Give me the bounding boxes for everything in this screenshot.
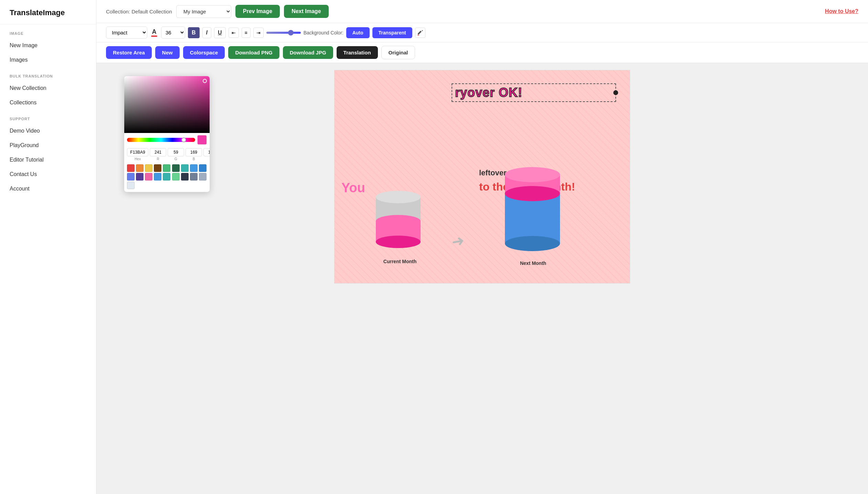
swatch-purple[interactable] bbox=[136, 173, 144, 181]
swatch-orange[interactable] bbox=[136, 164, 144, 172]
pink-heading: You bbox=[341, 181, 365, 195]
editor-toolbar: Impact A 36 B I U ⇤ ≡ ⇥ Background Color… bbox=[96, 23, 868, 42]
swatch-dark-blue[interactable] bbox=[199, 164, 207, 172]
how-to-use-link[interactable]: How to Use? bbox=[825, 8, 858, 14]
swatch-green[interactable] bbox=[163, 164, 170, 172]
swatch-blue[interactable] bbox=[190, 164, 198, 172]
hue-slider[interactable] bbox=[127, 138, 195, 142]
next-image-button[interactable]: Next Image bbox=[284, 5, 328, 18]
original-button[interactable]: Original bbox=[381, 46, 415, 59]
auto-button[interactable]: Auto bbox=[346, 27, 370, 38]
text-overlay-box[interactable]: ryover OK! bbox=[452, 83, 616, 102]
sidebar-item-new-image[interactable]: New Image bbox=[0, 38, 96, 53]
r-input[interactable]: 241 bbox=[150, 148, 166, 156]
hex-input[interactable]: F13BA9 bbox=[127, 148, 148, 156]
underline-button[interactable]: U bbox=[214, 27, 226, 38]
swatch-pink[interactable] bbox=[145, 173, 152, 181]
swatch-brown[interactable] bbox=[154, 164, 161, 172]
text-color-bar bbox=[151, 35, 157, 37]
sidebar-item-new-collection[interactable]: New Collection bbox=[0, 81, 96, 95]
swatch-dark-green[interactable] bbox=[172, 164, 180, 172]
sidebar-item-contact-us[interactable]: Contact Us bbox=[0, 167, 96, 182]
svg-point-6 bbox=[376, 236, 421, 248]
color-picker-popup: F13BA9 Hex 241 R 59 G 169 B 100 A bbox=[124, 76, 210, 192]
next-month-cylinder bbox=[500, 161, 565, 257]
g-field: 59 G bbox=[168, 148, 184, 161]
color-gradient-area[interactable] bbox=[124, 76, 210, 133]
svg-rect-0 bbox=[417, 35, 419, 35]
b-field: 169 B bbox=[186, 148, 202, 161]
new-button[interactable]: New bbox=[155, 46, 180, 59]
swatch-teal[interactable] bbox=[181, 164, 189, 172]
swatch-light-gray[interactable] bbox=[199, 173, 207, 181]
text-color-swatch[interactable]: A bbox=[150, 29, 158, 37]
italic-button[interactable]: I bbox=[202, 27, 211, 38]
resize-handle[interactable] bbox=[613, 90, 618, 95]
swatch-indigo[interactable] bbox=[127, 173, 135, 181]
align-right-button[interactable]: ⇥ bbox=[253, 28, 264, 38]
current-month-cylinder bbox=[369, 176, 427, 256]
sidebar-item-demo-video[interactable]: Demo Video bbox=[0, 124, 96, 138]
hex-field: F13BA9 Hex bbox=[127, 148, 148, 161]
swatch-light-blue[interactable] bbox=[154, 173, 161, 181]
transparent-button[interactable]: Transparent bbox=[372, 27, 412, 38]
text-overlay-content: ryover OK! bbox=[455, 85, 522, 100]
font-family-select[interactable]: Impact bbox=[106, 27, 147, 39]
collection-label: Collection: Default Collection bbox=[106, 9, 172, 14]
arrow-icon: ➜ bbox=[450, 231, 466, 251]
swatch-cyan[interactable] bbox=[163, 173, 170, 181]
sidebar-item-images[interactable]: Images bbox=[0, 53, 96, 67]
current-month-label: Current Month bbox=[376, 259, 424, 264]
hex-label: Hex bbox=[135, 157, 141, 161]
download-png-button[interactable]: Download PNG bbox=[228, 46, 279, 59]
download-jpg-button[interactable]: Download JPG bbox=[283, 46, 333, 59]
opacity-slider[interactable] bbox=[266, 32, 301, 34]
image-section-label: IMAGE bbox=[0, 24, 96, 38]
r-field: 241 R bbox=[150, 148, 166, 161]
fill-tool-icon[interactable] bbox=[415, 28, 425, 38]
bg-color-label: Background Color: bbox=[304, 30, 343, 35]
translation-button[interactable]: Translation bbox=[337, 46, 378, 59]
image-select[interactable]: My Image bbox=[176, 5, 231, 18]
a-input[interactable]: 100 bbox=[203, 148, 210, 156]
b-input[interactable]: 169 bbox=[186, 148, 202, 156]
sidebar-item-playground[interactable]: PlayGround bbox=[0, 138, 96, 153]
gradient-handle[interactable] bbox=[203, 79, 207, 83]
next-month-label: Next Month bbox=[506, 260, 561, 266]
main-panel: Collection: Default Collection My Image … bbox=[96, 0, 868, 494]
color-swatches-grid bbox=[124, 163, 210, 192]
font-size-select[interactable]: 36 bbox=[161, 27, 185, 39]
sidebar-item-editor-tutorial[interactable]: Editor Tutorial bbox=[0, 153, 96, 167]
hue-slider-row bbox=[124, 133, 210, 147]
swatch-gray[interactable] bbox=[190, 173, 198, 181]
align-left-button[interactable]: ⇤ bbox=[229, 28, 239, 38]
support-section-label: SUPPORT bbox=[0, 110, 96, 124]
a-field: 100 A bbox=[203, 148, 210, 161]
app-logo: TranslateImage bbox=[0, 0, 96, 24]
svg-point-12 bbox=[505, 186, 560, 201]
svg-point-11 bbox=[505, 167, 560, 182]
swatch-near-black[interactable] bbox=[181, 173, 189, 181]
canvas-area: ryover OK! leftover data You to the next… bbox=[96, 63, 868, 494]
swatch-light-green[interactable] bbox=[172, 173, 180, 181]
g-input[interactable]: 59 bbox=[168, 148, 184, 156]
swatch-yellow[interactable] bbox=[145, 164, 152, 172]
color-values-row: F13BA9 Hex 241 R 59 G 169 B 100 A bbox=[124, 147, 210, 163]
color-preview-swatch bbox=[197, 135, 207, 145]
swatch-red[interactable] bbox=[127, 164, 135, 172]
sidebar-item-collections[interactable]: Collections bbox=[0, 95, 96, 110]
g-label: G bbox=[174, 157, 177, 161]
align-center-button[interactable]: ≡ bbox=[242, 28, 251, 38]
bold-button[interactable]: B bbox=[188, 27, 200, 38]
prev-image-button[interactable]: Prev Image bbox=[235, 5, 280, 18]
topbar: Collection: Default Collection My Image … bbox=[96, 0, 868, 23]
image-canvas[interactable]: ryover OK! leftover data You to the next… bbox=[334, 70, 630, 284]
svg-point-5 bbox=[376, 215, 421, 227]
restore-area-button[interactable]: Restore Area bbox=[106, 46, 152, 59]
sidebar-item-account[interactable]: Account bbox=[0, 182, 96, 196]
swatch-white[interactable] bbox=[127, 182, 135, 189]
r-label: R bbox=[157, 157, 159, 161]
action-toolbar: Restore Area New Colorspace Download PNG… bbox=[96, 42, 868, 63]
b-label: B bbox=[193, 157, 195, 161]
colorspace-button[interactable]: Colorspace bbox=[183, 46, 225, 59]
